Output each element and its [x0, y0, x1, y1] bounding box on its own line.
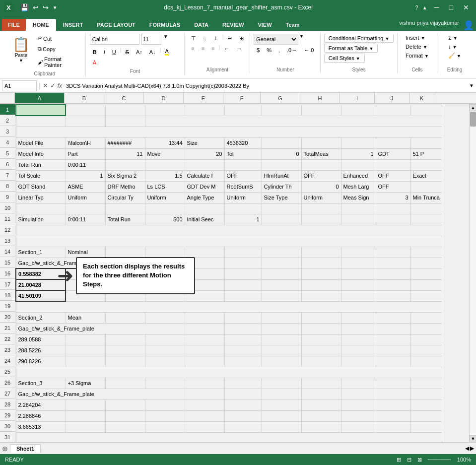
cell-A2[interactable]: [16, 116, 66, 127]
cell-F30[interactable]: [224, 421, 262, 432]
cell-G27[interactable]: [262, 389, 301, 399]
row-header-4[interactable]: 4: [0, 137, 15, 148]
cell-C20[interactable]: [105, 312, 145, 323]
cell-styles-button[interactable]: Cell Styles ▼: [324, 54, 365, 63]
cell-A6[interactable]: Total Run: [16, 159, 66, 170]
cell-J4[interactable]: [376, 137, 410, 148]
cell-A3[interactable]: [16, 127, 442, 137]
cell-E9[interactable]: Angle Type: [185, 192, 224, 203]
font-color-button[interactable]: A: [90, 58, 99, 67]
cell-G16[interactable]: [262, 268, 301, 279]
cell-D17[interactable]: [145, 279, 185, 290]
customize-qat-icon[interactable]: ▼: [52, 4, 59, 11]
cell-A31[interactable]: [16, 432, 442, 442]
cell-G20[interactable]: [262, 312, 301, 323]
cell-reference-box[interactable]: [2, 80, 37, 91]
cell-G30[interactable]: [262, 421, 301, 432]
vertical-scrollbar[interactable]: ▲ ▼: [469, 104, 476, 442]
cell-H24[interactable]: [301, 356, 341, 367]
cell-E5[interactable]: 20: [185, 148, 224, 159]
cell-D10[interactable]: [145, 203, 185, 214]
cell-E29[interactable]: [185, 410, 224, 421]
cell-K10[interactable]: [410, 203, 442, 214]
cell-H26[interactable]: [301, 378, 341, 389]
col-header-I[interactable]: I: [340, 93, 375, 104]
cell-E17[interactable]: [185, 279, 224, 290]
add-sheet-button[interactable]: ⊕: [2, 445, 8, 453]
cell-J8[interactable]: OFF: [376, 181, 410, 192]
cell-K30[interactable]: [410, 421, 442, 432]
cell-K4[interactable]: [410, 137, 442, 148]
cell-D5[interactable]: Move: [145, 148, 185, 159]
cell-B18[interactable]: [66, 290, 105, 301]
cell-K24[interactable]: [410, 356, 442, 367]
tab-page-layout[interactable]: PAGE LAYOUT: [90, 19, 142, 31]
cell-E24[interactable]: [185, 356, 224, 367]
cell-A30[interactable]: 3.665313: [16, 421, 66, 432]
cell-E15[interactable]: [185, 258, 224, 268]
row-header-22[interactable]: 22: [0, 333, 15, 344]
cell-F16[interactable]: [224, 268, 262, 279]
increase-decimal-button[interactable]: .0→: [284, 46, 300, 55]
cell-G8[interactable]: Cylinder Th: [262, 181, 301, 192]
cell-C4[interactable]: ########: [105, 137, 145, 148]
cell-F23[interactable]: [224, 345, 262, 356]
cell-B9[interactable]: Uniform: [66, 192, 105, 203]
col-header-G[interactable]: G: [261, 93, 300, 104]
col-header-H[interactable]: H: [300, 93, 340, 104]
row-header-23[interactable]: 23: [0, 344, 15, 355]
col-header-D[interactable]: D: [144, 93, 184, 104]
cell-A26[interactable]: Section_3: [16, 378, 66, 389]
cell-K28[interactable]: [410, 399, 442, 410]
row-header-18[interactable]: 18: [0, 290, 15, 301]
cell-E10[interactable]: [185, 203, 224, 214]
cell-C2[interactable]: [105, 116, 145, 127]
scroll-track[interactable]: [470, 111, 476, 435]
cell-I29[interactable]: [341, 410, 376, 421]
row-header-25[interactable]: 25: [0, 366, 15, 377]
row-header-20[interactable]: 20: [0, 312, 15, 323]
cell-J9[interactable]: 3: [376, 192, 410, 203]
row-header-29[interactable]: 29: [0, 410, 15, 421]
cell-J30[interactable]: [376, 421, 410, 432]
cell-E11[interactable]: Initial Seec: [185, 214, 224, 225]
cell-D24[interactable]: [145, 356, 185, 367]
cell-I24[interactable]: [341, 356, 376, 367]
cell-B28[interactable]: [66, 399, 105, 410]
cell-B14[interactable]: Nominal: [66, 247, 105, 258]
cell-I26[interactable]: [341, 378, 376, 389]
cell-A14[interactable]: Section_1: [16, 247, 66, 258]
cell-D16[interactable]: [145, 268, 185, 279]
cell-D6[interactable]: [145, 159, 185, 170]
cell-G1[interactable]: [262, 105, 301, 116]
cell-D22[interactable]: [145, 334, 185, 345]
row-header-26[interactable]: 26: [0, 377, 15, 388]
cell-F24[interactable]: [224, 356, 262, 367]
row-header-10[interactable]: 10: [0, 202, 15, 213]
row-header-15[interactable]: 15: [0, 257, 15, 268]
cell-H4[interactable]: [301, 137, 341, 148]
cell-J6[interactable]: [376, 159, 410, 170]
cell-B30[interactable]: [66, 421, 105, 432]
cell-J17[interactable]: [376, 279, 410, 290]
cell-A27[interactable]: Gap_b/w_stick_&_Frame_plate: [16, 389, 185, 399]
cell-D4[interactable]: 13:44: [145, 137, 185, 148]
cell-G5[interactable]: 0: [262, 148, 301, 159]
cell-C7[interactable]: Six Sigma 2: [105, 170, 145, 181]
cell-A18[interactable]: 41.50109: [16, 290, 66, 301]
cell-A4[interactable]: Model File: [16, 137, 66, 148]
align-right-button[interactable]: ≡: [208, 44, 217, 53]
currency-button[interactable]: $: [254, 46, 263, 55]
cell-F9[interactable]: Uniform: [224, 192, 262, 203]
cell-A8[interactable]: GDT Stand: [16, 181, 66, 192]
cell-I23[interactable]: [341, 345, 376, 356]
align-left-button[interactable]: ≡: [188, 44, 197, 53]
cell-I10[interactable]: [341, 203, 376, 214]
minimize-button[interactable]: ─: [431, 2, 442, 12]
cell-K22[interactable]: [410, 334, 442, 345]
cell-H18[interactable]: [301, 290, 341, 301]
cell-D2[interactable]: [145, 116, 442, 127]
cell-F17[interactable]: [224, 279, 262, 290]
undo-icon[interactable]: ↩: [32, 2, 40, 12]
paste-dropdown-arrow[interactable]: ▼: [19, 58, 23, 63]
